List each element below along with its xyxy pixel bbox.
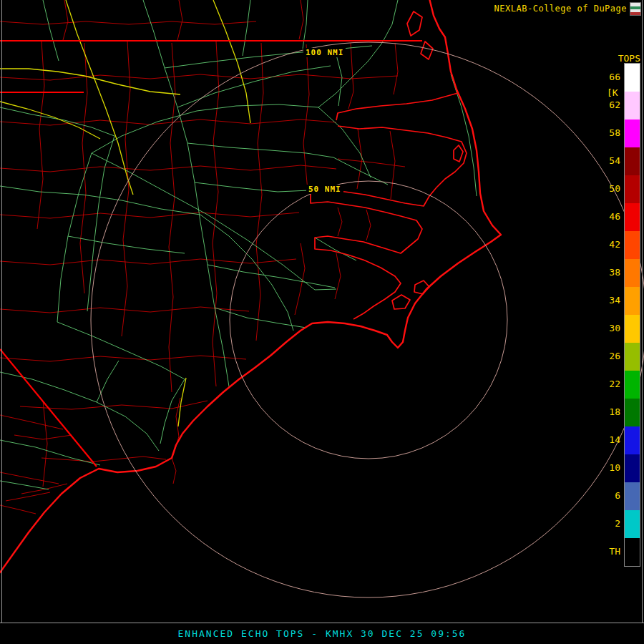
legend-swatch bbox=[625, 175, 640, 203]
legend-swatch bbox=[625, 371, 640, 399]
legend-swatch bbox=[625, 64, 640, 92]
range-ring-50nmi bbox=[230, 181, 507, 459]
legend-label: 66 bbox=[600, 63, 620, 91]
legend-swatch bbox=[625, 259, 640, 287]
legend-swatch bbox=[625, 231, 640, 259]
legend-swatch bbox=[625, 315, 640, 343]
color-scale-legend: 66625854504642383430262218141062TH bbox=[600, 63, 640, 567]
legend-label: TH bbox=[600, 537, 620, 565]
range-rings bbox=[91, 42, 644, 597]
sound-shoreline bbox=[311, 11, 467, 319]
cod-logo-icon bbox=[630, 2, 641, 16]
legend-label: 38 bbox=[600, 258, 620, 286]
legend-label: 54 bbox=[600, 147, 620, 175]
legend-label: 42 bbox=[600, 230, 620, 258]
legend-swatch bbox=[625, 147, 640, 175]
radar-map bbox=[0, 0, 644, 623]
range-ring-label-50nmi: 50 NMI bbox=[306, 185, 343, 194]
legend-label: 50 bbox=[600, 175, 620, 203]
product-caption: ENHANCED ECHO TOPS - KMHX 30 DEC 25 09:5… bbox=[178, 628, 467, 639]
legend-label: 22 bbox=[600, 370, 620, 398]
legend-swatch bbox=[625, 343, 640, 371]
legend-swatch bbox=[625, 203, 640, 231]
county-boundary-lines bbox=[0, 0, 405, 514]
legend-label: 26 bbox=[600, 342, 620, 370]
caption-bar: ENHANCED ECHO TOPS - KMHX 30 DEC 25 09:5… bbox=[0, 623, 644, 644]
legend-swatch bbox=[625, 482, 640, 510]
legend-label: 30 bbox=[600, 314, 620, 342]
legend-label: 10 bbox=[600, 454, 620, 482]
map-area: 100 NMI 50 NMI bbox=[0, 0, 644, 623]
legend-label: 34 bbox=[600, 286, 620, 314]
legend-bar bbox=[624, 63, 640, 567]
legend-label: 2 bbox=[600, 509, 620, 537]
legend-label: 14 bbox=[600, 426, 620, 454]
legend-swatch bbox=[625, 454, 640, 482]
frame-line-left bbox=[1, 0, 2, 623]
legend-swatch bbox=[625, 426, 640, 454]
radar-screen: 100 NMI 50 NMI NEXLAB-College of DuPage … bbox=[0, 0, 644, 644]
legend-swatch bbox=[625, 510, 640, 538]
legend-label: 18 bbox=[600, 398, 620, 426]
legend-swatch bbox=[625, 287, 640, 315]
legend-swatch bbox=[625, 119, 640, 147]
legend-swatch bbox=[625, 538, 640, 566]
legend-label: 58 bbox=[600, 119, 620, 147]
legend-swatch bbox=[625, 92, 640, 119]
range-ring-label-100nmi: 100 NMI bbox=[303, 48, 346, 57]
legend-swatch bbox=[625, 399, 640, 426]
road-lines-yellow bbox=[0, 0, 250, 426]
legend-labels: 66625854504642383430262218141062TH bbox=[600, 63, 620, 567]
legend-label: 62 bbox=[600, 91, 620, 119]
credit-text: NEXLAB-College of DuPage bbox=[494, 4, 627, 14]
frame-line-right bbox=[642, 0, 643, 623]
coastline bbox=[0, 0, 501, 572]
legend-label: 6 bbox=[600, 482, 620, 509]
range-ring-100nmi bbox=[91, 42, 644, 597]
legend-label: 46 bbox=[600, 203, 620, 230]
